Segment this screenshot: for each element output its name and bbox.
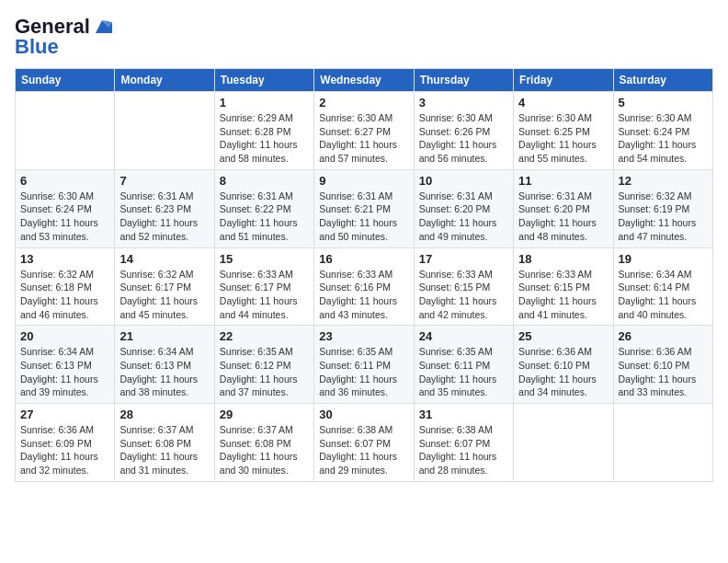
calendar-cell: 11Sunrise: 6:31 AMSunset: 6:20 PMDayligh… (514, 169, 613, 247)
day-number: 14 (119, 252, 209, 266)
week-row-4: 20Sunrise: 6:34 AMSunset: 6:13 PMDayligh… (16, 326, 713, 404)
day-number: 22 (220, 329, 309, 343)
page-header: General Blue (15, 15, 713, 59)
day-detail: Sunrise: 6:35 AMSunset: 6:11 PMDaylight:… (319, 345, 408, 399)
calendar-cell: 22Sunrise: 6:35 AMSunset: 6:12 PMDayligh… (214, 326, 313, 404)
calendar-cell: 18Sunrise: 6:33 AMSunset: 6:15 PMDayligh… (514, 247, 613, 326)
day-number: 31 (419, 408, 508, 421)
day-detail: Sunrise: 6:36 AMSunset: 6:09 PMDaylight:… (20, 423, 109, 477)
weekday-header-tuesday: Tuesday (214, 69, 313, 92)
day-detail: Sunrise: 6:33 AMSunset: 6:16 PMDaylight:… (319, 268, 408, 322)
calendar-cell: 12Sunrise: 6:32 AMSunset: 6:19 PMDayligh… (613, 169, 712, 247)
day-number: 7 (119, 174, 209, 188)
day-number: 29 (220, 408, 309, 421)
calendar-cell: 1Sunrise: 6:29 AMSunset: 6:28 PMDaylight… (214, 92, 313, 170)
weekday-header-thursday: Thursday (414, 69, 513, 92)
weekday-header-friday: Friday (514, 69, 613, 92)
calendar-cell (16, 92, 115, 170)
calendar-cell: 6Sunrise: 6:30 AMSunset: 6:24 PMDaylight… (16, 169, 115, 247)
calendar-cell: 10Sunrise: 6:31 AMSunset: 6:20 PMDayligh… (414, 169, 513, 247)
day-detail: Sunrise: 6:30 AMSunset: 6:25 PMDaylight:… (518, 111, 608, 166)
day-number: 17 (419, 252, 508, 266)
calendar-cell: 31Sunrise: 6:38 AMSunset: 6:07 PMDayligh… (414, 404, 513, 482)
calendar-cell: 14Sunrise: 6:32 AMSunset: 6:17 PMDayligh… (115, 247, 214, 326)
weekday-header-wednesday: Wednesday (314, 69, 414, 92)
day-detail: Sunrise: 6:37 AMSunset: 6:08 PMDaylight:… (220, 423, 309, 477)
calendar-cell: 5Sunrise: 6:30 AMSunset: 6:24 PMDaylight… (613, 92, 712, 170)
day-number: 9 (319, 174, 408, 188)
day-number: 19 (619, 252, 708, 266)
day-number: 3 (419, 96, 508, 109)
week-row-1: 1Sunrise: 6:29 AMSunset: 6:28 PMDaylight… (16, 92, 713, 170)
calendar-cell (613, 404, 712, 482)
day-detail: Sunrise: 6:32 AMSunset: 6:19 PMDaylight:… (619, 190, 708, 244)
day-number: 11 (518, 174, 608, 188)
day-detail: Sunrise: 6:31 AMSunset: 6:20 PMDaylight:… (518, 190, 608, 244)
calendar-cell: 9Sunrise: 6:31 AMSunset: 6:21 PMDaylight… (314, 169, 414, 247)
day-number: 24 (419, 329, 508, 343)
calendar-cell (514, 404, 613, 482)
day-number: 6 (20, 174, 109, 188)
calendar-cell: 24Sunrise: 6:35 AMSunset: 6:11 PMDayligh… (414, 326, 513, 404)
calendar-cell: 17Sunrise: 6:33 AMSunset: 6:15 PMDayligh… (414, 247, 513, 326)
day-detail: Sunrise: 6:38 AMSunset: 6:07 PMDaylight:… (419, 423, 508, 477)
day-number: 25 (518, 329, 608, 343)
calendar-cell: 20Sunrise: 6:34 AMSunset: 6:13 PMDayligh… (16, 326, 115, 404)
day-detail: Sunrise: 6:30 AMSunset: 6:24 PMDaylight:… (619, 111, 708, 166)
calendar-cell: 7Sunrise: 6:31 AMSunset: 6:23 PMDaylight… (115, 169, 214, 247)
day-detail: Sunrise: 6:36 AMSunset: 6:10 PMDaylight:… (518, 345, 608, 399)
calendar-cell: 29Sunrise: 6:37 AMSunset: 6:08 PMDayligh… (214, 404, 313, 482)
day-detail: Sunrise: 6:29 AMSunset: 6:28 PMDaylight:… (220, 111, 309, 166)
weekday-header-saturday: Saturday (613, 69, 712, 92)
day-detail: Sunrise: 6:32 AMSunset: 6:18 PMDaylight:… (20, 268, 109, 322)
day-detail: Sunrise: 6:35 AMSunset: 6:11 PMDaylight:… (419, 345, 508, 399)
day-detail: Sunrise: 6:34 AMSunset: 6:14 PMDaylight:… (619, 268, 708, 322)
calendar-cell: 25Sunrise: 6:36 AMSunset: 6:10 PMDayligh… (514, 326, 613, 404)
day-number: 8 (220, 174, 309, 188)
day-detail: Sunrise: 6:37 AMSunset: 6:08 PMDaylight:… (119, 423, 209, 477)
day-number: 16 (319, 252, 408, 266)
day-detail: Sunrise: 6:31 AMSunset: 6:20 PMDaylight:… (419, 190, 508, 244)
day-detail: Sunrise: 6:31 AMSunset: 6:22 PMDaylight:… (220, 190, 309, 244)
day-detail: Sunrise: 6:30 AMSunset: 6:27 PMDaylight:… (319, 111, 408, 166)
week-row-5: 27Sunrise: 6:36 AMSunset: 6:09 PMDayligh… (16, 404, 713, 482)
day-detail: Sunrise: 6:31 AMSunset: 6:21 PMDaylight:… (319, 190, 408, 244)
day-number: 18 (518, 252, 608, 266)
day-number: 1 (220, 96, 309, 109)
weekday-header-sunday: Sunday (16, 69, 115, 92)
calendar-cell: 26Sunrise: 6:36 AMSunset: 6:10 PMDayligh… (613, 326, 712, 404)
day-number: 20 (20, 329, 109, 343)
day-detail: Sunrise: 6:33 AMSunset: 6:15 PMDaylight:… (518, 268, 608, 322)
day-detail: Sunrise: 6:31 AMSunset: 6:23 PMDaylight:… (119, 190, 209, 244)
day-number: 4 (518, 96, 608, 109)
day-detail: Sunrise: 6:30 AMSunset: 6:26 PMDaylight:… (419, 111, 508, 166)
day-number: 10 (419, 174, 508, 188)
day-number: 15 (220, 252, 309, 266)
calendar-cell: 8Sunrise: 6:31 AMSunset: 6:22 PMDaylight… (214, 169, 313, 247)
day-detail: Sunrise: 6:34 AMSunset: 6:13 PMDaylight:… (20, 345, 109, 399)
day-number: 28 (119, 408, 209, 421)
day-number: 30 (319, 408, 408, 421)
day-detail: Sunrise: 6:33 AMSunset: 6:15 PMDaylight:… (419, 268, 508, 322)
calendar-table: SundayMondayTuesdayWednesdayThursdayFrid… (15, 68, 713, 482)
calendar-cell: 4Sunrise: 6:30 AMSunset: 6:25 PMDaylight… (514, 92, 613, 170)
calendar-cell: 30Sunrise: 6:38 AMSunset: 6:07 PMDayligh… (314, 404, 414, 482)
calendar-cell: 27Sunrise: 6:36 AMSunset: 6:09 PMDayligh… (16, 404, 115, 482)
day-detail: Sunrise: 6:34 AMSunset: 6:13 PMDaylight:… (119, 345, 209, 399)
day-number: 27 (20, 408, 109, 421)
calendar-cell: 28Sunrise: 6:37 AMSunset: 6:08 PMDayligh… (115, 404, 214, 482)
day-number: 21 (119, 329, 209, 343)
day-detail: Sunrise: 6:33 AMSunset: 6:17 PMDaylight:… (220, 268, 309, 322)
day-number: 23 (319, 329, 408, 343)
calendar-cell: 13Sunrise: 6:32 AMSunset: 6:18 PMDayligh… (16, 247, 115, 326)
day-number: 26 (619, 329, 708, 343)
day-detail: Sunrise: 6:32 AMSunset: 6:17 PMDaylight:… (119, 268, 209, 322)
calendar-cell: 3Sunrise: 6:30 AMSunset: 6:26 PMDaylight… (414, 92, 513, 170)
calendar-cell: 23Sunrise: 6:35 AMSunset: 6:11 PMDayligh… (314, 326, 414, 404)
weekday-header-monday: Monday (115, 69, 214, 92)
calendar-cell: 19Sunrise: 6:34 AMSunset: 6:14 PMDayligh… (613, 247, 712, 326)
calendar-cell: 21Sunrise: 6:34 AMSunset: 6:13 PMDayligh… (115, 326, 214, 404)
day-number: 5 (619, 96, 708, 109)
day-number: 13 (20, 252, 109, 266)
week-row-3: 13Sunrise: 6:32 AMSunset: 6:18 PMDayligh… (16, 247, 713, 326)
